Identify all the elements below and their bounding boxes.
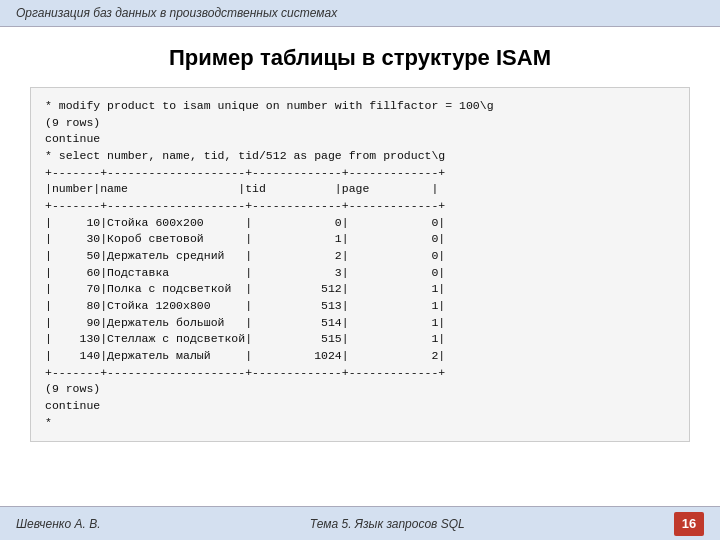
main-content: Пример таблицы в структуре ISAM * modify… bbox=[0, 27, 720, 452]
footer-author: Шевченко А. В. bbox=[16, 517, 100, 531]
footer-bar: Шевченко А. В. Тема 5. Язык запросов SQL… bbox=[0, 506, 720, 540]
code-block: * modify product to isam unique on numbe… bbox=[30, 87, 690, 442]
header-bar: Организация баз данных в производственны… bbox=[0, 0, 720, 27]
footer-topic: Тема 5. Язык запросов SQL bbox=[310, 517, 465, 531]
slide-title: Пример таблицы в структуре ISAM bbox=[30, 45, 690, 71]
header-title: Организация баз данных в производственны… bbox=[16, 6, 337, 20]
footer-page: 16 bbox=[674, 512, 704, 536]
